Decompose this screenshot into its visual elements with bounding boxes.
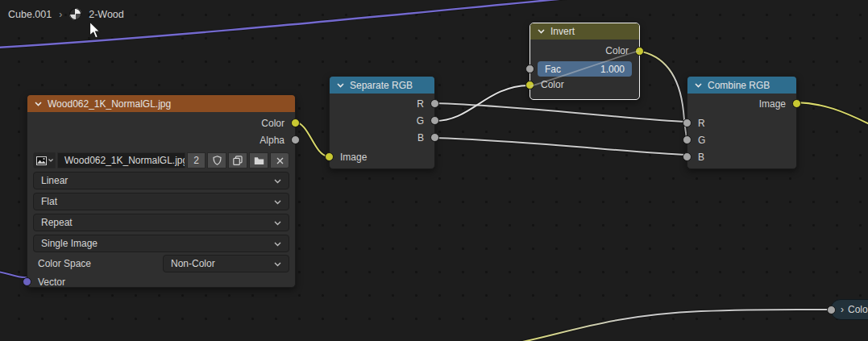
link-b-to-combine-b	[434, 138, 687, 155]
unlink-image-button[interactable]	[270, 152, 289, 168]
projection-value: Flat	[41, 196, 57, 207]
folder-icon	[254, 156, 264, 165]
output-label-image: Image	[759, 98, 786, 110]
interpolation-dropdown[interactable]: Linear	[33, 172, 289, 189]
link-invert-to-combine-g	[638, 51, 687, 138]
extension-value: Repeat	[41, 217, 73, 228]
socket-vector-input[interactable]	[23, 277, 31, 286]
input-label-image: Image	[340, 152, 367, 163]
socket-image-output[interactable]	[792, 99, 801, 108]
mouse-cursor-icon	[89, 21, 103, 40]
shield-icon	[213, 156, 222, 165]
input-label-color: Color	[541, 79, 564, 90]
source-dropdown[interactable]: Single Image	[33, 235, 289, 252]
output-label-g: G	[417, 115, 424, 127]
socket-image-input[interactable]	[325, 152, 334, 161]
color-space-label: Color Space	[33, 258, 91, 269]
input-label-vector: Vector	[38, 277, 65, 288]
node-combine-rgb[interactable]: Combine RGB Image R G B	[687, 76, 797, 169]
socket-color-input[interactable]	[525, 81, 534, 89]
node-collapsed-color[interactable]: › Color	[830, 299, 868, 320]
chevron-down-icon[interactable]	[695, 83, 702, 88]
link-combine-image-out	[796, 102, 868, 124]
node-header-invert[interactable]: Invert	[530, 23, 639, 40]
interpolation-value: Linear	[41, 175, 68, 186]
image-browse-icon	[36, 156, 47, 165]
socket-r-input[interactable]	[683, 119, 691, 127]
chevron-down-icon	[274, 258, 281, 269]
node-header-image-texture[interactable]: Wood062_1K_NormalGL.jpg	[27, 95, 295, 112]
socket-g-output[interactable]	[430, 116, 439, 125]
chevron-down-icon	[274, 238, 281, 249]
fac-slider[interactable]: Fac 1.000	[538, 61, 632, 77]
link-to-collapsed-color	[511, 310, 832, 341]
input-label-r: R	[698, 118, 705, 129]
node-title: Invert	[550, 26, 575, 37]
link-r-to-combine-r	[434, 103, 687, 122]
copy-icon	[233, 156, 243, 165]
output-label-color: Color	[605, 45, 629, 56]
node-title: Wood062_1K_NormalGL.jpg	[48, 98, 171, 110]
node-title: Combine RGB	[708, 80, 770, 91]
source-value: Single Image	[41, 238, 98, 249]
node-title: Separate RGB	[350, 80, 413, 91]
breadcrumb-material: 2-Wood	[89, 9, 124, 20]
node-separate-rgb[interactable]: Separate RGB R G B Image	[329, 76, 435, 169]
breadcrumb: Cube.001 › 2-Wood	[8, 8, 124, 20]
image-name-field[interactable]: Wood062_1K_NormalGL.jpg	[57, 152, 185, 168]
material-sphere-icon	[69, 8, 81, 20]
close-x-icon	[276, 157, 284, 164]
color-space-dropdown[interactable]: Non-Color	[163, 255, 289, 272]
projection-dropdown[interactable]: Flat	[33, 193, 289, 210]
socket-g-input[interactable]	[683, 135, 691, 144]
socket-color-output[interactable]	[635, 47, 644, 56]
socket-color-output[interactable]	[291, 119, 300, 127]
output-label-color: Color	[261, 118, 284, 129]
link-vector-mapping	[0, 0, 575, 48]
chevron-right-icon[interactable]: ›	[841, 304, 844, 315]
node-invert[interactable]: Invert Color Fac 1.000 Color	[530, 23, 640, 100]
output-label-r: R	[417, 98, 424, 110]
input-label-g: G	[698, 135, 705, 146]
chevron-down-icon	[274, 196, 281, 207]
extension-dropdown[interactable]: Repeat	[33, 214, 289, 231]
new-image-button[interactable]	[228, 152, 247, 168]
chevron-down-icon	[274, 217, 281, 228]
open-image-button[interactable]	[249, 152, 268, 168]
socket-alpha-output[interactable]	[291, 135, 300, 144]
input-label-b: B	[698, 152, 704, 163]
fac-label: Fac	[545, 64, 561, 75]
chevron-down-icon[interactable]	[538, 29, 545, 34]
socket-b-input[interactable]	[683, 152, 691, 161]
breadcrumb-separator: ›	[59, 9, 62, 20]
chevron-down-icon	[274, 175, 281, 186]
socket-r-output[interactable]	[430, 99, 439, 108]
chevron-down-icon[interactable]	[337, 83, 344, 88]
socket-color-input[interactable]	[827, 306, 836, 314]
node-header-combine-rgb[interactable]: Combine RGB	[687, 77, 796, 94]
node-editor-canvas[interactable]: Cube.001 › 2-Wood Wood062_1K_NormalGL.jp…	[0, 0, 868, 341]
image-browse-button[interactable]	[33, 152, 56, 168]
collapsed-node-label: Color	[848, 304, 868, 315]
image-users-count-button[interactable]: 2	[187, 152, 206, 168]
node-image-texture[interactable]: Wood062_1K_NormalGL.jpg Color Alpha Wood…	[27, 94, 296, 288]
fac-value: 1.000	[600, 64, 625, 75]
socket-fac-input[interactable]	[525, 64, 534, 73]
fake-user-button[interactable]	[207, 152, 226, 168]
color-space-value: Non-Color	[171, 258, 215, 269]
link-vector-input	[0, 272, 27, 277]
chevron-down-icon[interactable]	[35, 102, 42, 106]
node-header-separate-rgb[interactable]: Separate RGB	[330, 77, 434, 94]
output-label-alpha: Alpha	[260, 135, 284, 146]
socket-b-output[interactable]	[430, 133, 439, 142]
chevron-down-icon	[48, 159, 53, 162]
breadcrumb-object: Cube.001	[8, 9, 52, 20]
output-label-b: B	[417, 132, 424, 143]
link-g-to-invert-color	[434, 85, 529, 121]
